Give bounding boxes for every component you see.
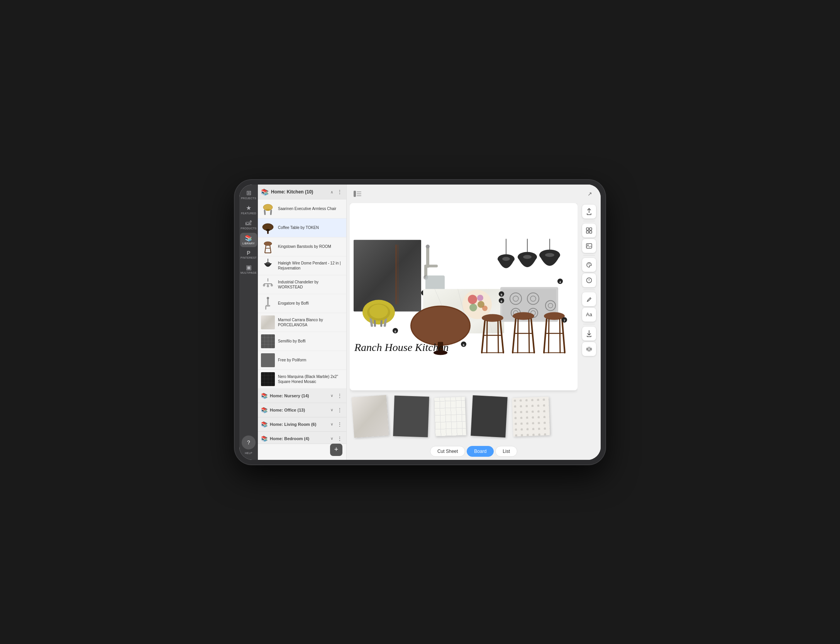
tool-divider-3 xyxy=(583,290,595,290)
svg-rect-29 xyxy=(357,195,361,196)
office-section-header[interactable]: 📚 Home: Office (13) ∨ ⋮ xyxy=(258,403,346,417)
list-item[interactable]: Nero Marquina (Black Marble) 2x2" Square… xyxy=(258,370,346,389)
product-name-nero: Nero Marquina (Black Marble) 2x2" Square… xyxy=(278,374,343,384)
board-area: 1 2 xyxy=(350,203,578,440)
text-button[interactable]: Aa xyxy=(582,308,596,322)
office-icon: 📚 xyxy=(261,407,268,413)
grid-button[interactable] xyxy=(582,224,596,237)
nav-library-label: Library xyxy=(242,242,255,245)
download-icon xyxy=(586,330,592,337)
chair-thumb-icon xyxy=(261,202,275,216)
svg-rect-124 xyxy=(589,231,592,233)
list-item[interactable]: Saarinen Executive Armless Chair xyxy=(258,200,346,219)
product-panel: 📚 Home: Kitchen (10) ∧ ⋮ xyxy=(258,185,347,460)
svg-marker-132 xyxy=(588,280,590,282)
nav-products-label: Products xyxy=(240,227,257,230)
material-swatch-dark1[interactable] xyxy=(393,395,429,437)
list-item[interactable]: Kingstown Barstools by ROOM xyxy=(258,237,346,256)
nursery-chevron: ∨ xyxy=(330,393,333,398)
svg-rect-32 xyxy=(354,240,421,311)
barstool-thumb-icon xyxy=(261,240,275,254)
compass-button[interactable] xyxy=(582,273,596,287)
material-swatch-dark2[interactable] xyxy=(471,395,507,438)
list-item[interactable]: Haleigh Wire Dome Pendant - 12 in | Reju… xyxy=(258,256,346,275)
product-thumb-tile-pattern xyxy=(261,334,275,348)
list-item[interactable]: Free by Poliform xyxy=(258,351,346,370)
svg-text:Ranch House Kitchen: Ranch House Kitchen xyxy=(354,341,449,353)
product-thumb-poliform xyxy=(261,353,275,367)
nav-featured[interactable]: ★ Featured xyxy=(240,203,257,217)
svg-rect-1 xyxy=(264,209,266,215)
nursery-section-header[interactable]: 📚 Home: Nursery (14) ∨ ⋮ xyxy=(258,389,346,403)
svg-point-80 xyxy=(477,295,483,301)
nav-projects[interactable]: ⊞ Projects xyxy=(240,188,257,202)
svg-point-81 xyxy=(482,305,488,311)
board-tab[interactable]: Board xyxy=(467,446,494,457)
product-list: Saarinen Executive Armless Chair xyxy=(258,200,346,389)
svg-point-7 xyxy=(264,242,272,246)
layers-button[interactable] xyxy=(582,342,596,356)
product-thumb-marble xyxy=(261,315,275,329)
image-button[interactable] xyxy=(582,239,596,253)
svg-line-8 xyxy=(265,245,266,253)
material-swatch-white-tile[interactable] xyxy=(434,397,466,436)
bedroom-more[interactable]: ⋮ xyxy=(337,436,342,442)
list-tab[interactable]: List xyxy=(495,446,517,457)
sidebar-toggle-button[interactable] xyxy=(351,188,364,200)
product-name-table: Coffee Table by TOKEN xyxy=(278,225,319,230)
help-label: Help xyxy=(245,452,252,454)
expand-button[interactable]: ↗ xyxy=(584,188,596,200)
palette-icon xyxy=(586,262,592,268)
living-more[interactable]: ⋮ xyxy=(337,421,342,427)
svg-point-50 xyxy=(523,255,532,259)
svg-point-92 xyxy=(412,307,469,344)
list-item[interactable]: Semifilo by Boffi xyxy=(258,332,346,351)
svg-point-39 xyxy=(426,244,430,248)
list-item[interactable]: Erogatore by Boffi xyxy=(258,294,346,313)
office-title: Home: Office (13) xyxy=(270,408,328,412)
share-button[interactable] xyxy=(582,205,596,219)
layers-icon xyxy=(586,346,592,352)
list-item[interactable]: Industrial Chandelier by WORKSTEAD xyxy=(258,275,346,294)
product-name-marble: Marmol Carrara Blanco by PORCELANOSA xyxy=(278,317,343,327)
list-item[interactable]: Marmol Carrara Blanco by PORCELANOSA xyxy=(258,313,346,332)
board-canvas[interactable]: 1 2 xyxy=(350,203,578,390)
material-swatch-marble[interactable] xyxy=(351,395,389,438)
products-icon: 🛋 xyxy=(246,220,252,226)
list-item[interactable]: Coffee Table by TOKEN xyxy=(258,219,346,237)
kitchen-section-header[interactable]: 📚 Home: Kitchen (10) ∧ ⋮ xyxy=(258,185,346,200)
product-name-barstool: Kingstown Barstools by ROOM xyxy=(278,244,331,249)
nav-multipage[interactable]: ▣ Multipage xyxy=(240,262,257,276)
material-swatch-hex[interactable] xyxy=(512,397,550,436)
nursery-more[interactable]: ⋮ xyxy=(337,393,342,399)
nav-pinterest[interactable]: P Pinterest xyxy=(240,248,257,261)
library-icon: 📚 xyxy=(245,235,252,241)
office-chevron: ∨ xyxy=(330,408,333,412)
office-more[interactable]: ⋮ xyxy=(337,407,342,413)
svg-rect-35 xyxy=(426,246,429,268)
svg-point-127 xyxy=(588,263,588,264)
cut-sheet-tab[interactable]: Cut Sheet xyxy=(430,446,465,457)
svg-text:6: 6 xyxy=(463,343,465,346)
pen-button[interactable] xyxy=(582,292,596,306)
product-name-poliform: Free by Poliform xyxy=(278,358,306,363)
kitchen-more-icon[interactable]: ⋮ xyxy=(337,189,342,195)
share-icon xyxy=(586,208,592,215)
panel-bottom: + xyxy=(258,444,346,460)
device-screen: ⊞ Projects ★ Featured 🛋 Products 📚 Libra… xyxy=(239,185,601,460)
svg-rect-24 xyxy=(265,306,266,310)
product-thumb-chair xyxy=(261,202,275,216)
help-button[interactable]: ? xyxy=(242,436,256,449)
palette-button[interactable] xyxy=(582,258,596,272)
main-body: 1 2 xyxy=(347,203,601,443)
living-section-header[interactable]: 📚 Home: Living Room (6) ∨ ⋮ xyxy=(258,417,346,432)
product-name-semifilo: Semifilo by Boffi xyxy=(278,339,306,344)
nav-products[interactable]: 🛋 Products xyxy=(240,218,257,232)
add-button[interactable]: + xyxy=(330,444,342,456)
bedroom-section-header[interactable]: 📚 Home: Bedroom (4) ∨ ⋮ xyxy=(258,432,346,444)
tool-divider-1 xyxy=(583,221,595,221)
download-button[interactable] xyxy=(582,327,596,341)
nav-library[interactable]: 📚 Library xyxy=(240,233,257,247)
product-thumb-faucet xyxy=(261,297,275,310)
compass-icon xyxy=(586,277,592,283)
